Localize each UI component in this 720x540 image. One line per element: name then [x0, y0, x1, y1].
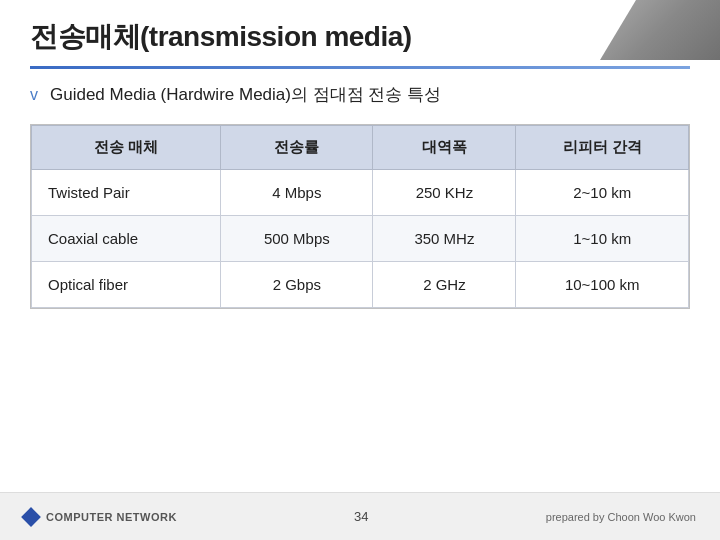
footer-left: COMPUTER NETWORK	[24, 510, 177, 524]
cell-repeater-1: 1~10 km	[516, 216, 689, 262]
table-row: Optical fiber 2 Gbps 2 GHz 10~100 km	[32, 262, 689, 308]
footer-page-number: 34	[354, 509, 368, 524]
cell-rate-0: 4 Mbps	[221, 170, 373, 216]
subtitle-text: Guided Media (Hardwire Media)의 점대점 전송 특성	[50, 83, 441, 106]
footer: COMPUTER NETWORK 34 prepared by Choon Wo…	[0, 492, 720, 540]
col-header-repeater: 리피터 간격	[516, 126, 689, 170]
footer-credit: prepared by Choon Woo Kwon	[546, 511, 696, 523]
cell-repeater-0: 2~10 km	[516, 170, 689, 216]
data-table-container: 전송 매체 전송률 대역폭 리피터 간격 Twisted Pair 4 Mbps…	[30, 124, 690, 309]
cell-media-1: Coaxial cable	[32, 216, 221, 262]
col-header-bandwidth: 대역폭	[373, 126, 516, 170]
table-row: Coaxial cable 500 Mbps 350 MHz 1~10 km	[32, 216, 689, 262]
cell-media-0: Twisted Pair	[32, 170, 221, 216]
cell-repeater-2: 10~100 km	[516, 262, 689, 308]
table-row: Twisted Pair 4 Mbps 250 KHz 2~10 km	[32, 170, 689, 216]
col-header-media: 전송 매체	[32, 126, 221, 170]
cell-rate-1: 500 Mbps	[221, 216, 373, 262]
col-header-rate: 전송률	[221, 126, 373, 170]
page-title: 전송매체(transmission media)	[30, 21, 412, 52]
footer-brand-label: COMPUTER NETWORK	[46, 511, 177, 523]
cell-media-2: Optical fiber	[32, 262, 221, 308]
cell-bandwidth-2: 2 GHz	[373, 262, 516, 308]
cell-rate-2: 2 Gbps	[221, 262, 373, 308]
cell-bandwidth-0: 250 KHz	[373, 170, 516, 216]
header-accent	[600, 0, 720, 60]
footer-diamond-icon	[21, 507, 41, 527]
subtitle-area: v Guided Media (Hardwire Media)의 점대점 전송 …	[0, 69, 720, 124]
table-header-row: 전송 매체 전송률 대역폭 리피터 간격	[32, 126, 689, 170]
cell-bandwidth-1: 350 MHz	[373, 216, 516, 262]
bullet-icon: v	[30, 86, 38, 104]
header: 전송매체(transmission media)	[0, 0, 720, 66]
transmission-media-table: 전송 매체 전송률 대역폭 리피터 간격 Twisted Pair 4 Mbps…	[31, 125, 689, 308]
